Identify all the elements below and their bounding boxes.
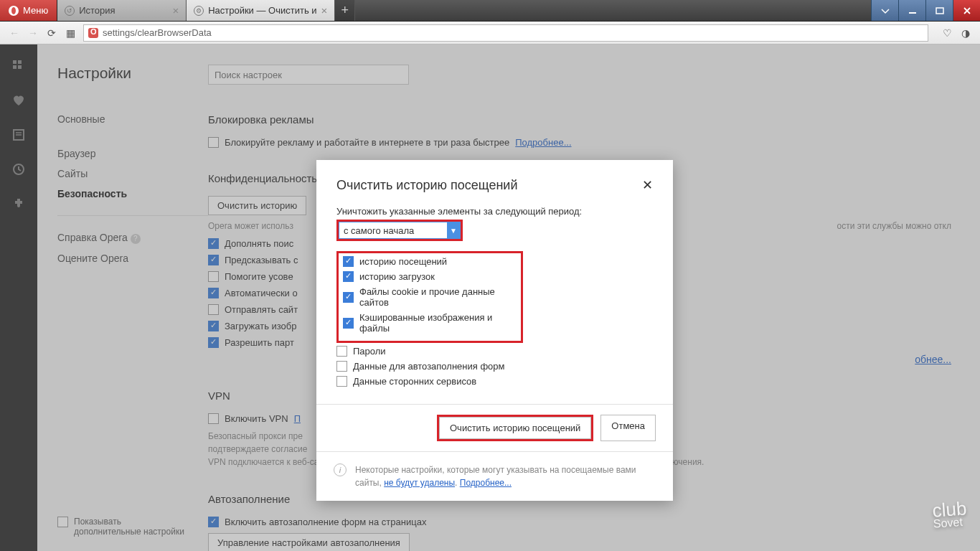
info-link-2[interactable]: Подробнее... <box>460 478 512 488</box>
row-label: Предсказывать с <box>225 255 298 265</box>
tab-settings[interactable]: ⚙ Настройки — Очистить и × <box>187 0 335 21</box>
period-value: с самого начала <box>344 225 414 236</box>
item-label: Файлы cookie и прочие данные сайтов <box>359 286 517 308</box>
svg-rect-2 <box>13 60 17 64</box>
nav-toolbar: ← → ⟳ ▦ settings/clearBrowserData ♡ ◑ <box>0 22 980 44</box>
checkbox[interactable] <box>343 256 354 267</box>
clear-confirm-button[interactable]: Очистить историю посещений <box>439 417 591 439</box>
back-button[interactable]: ← <box>9 27 20 39</box>
checkbox-vpn[interactable] <box>208 413 219 424</box>
row-label: Автоматически о <box>225 288 298 298</box>
dialog-info-text: Некоторые настройки, которые могут указы… <box>355 463 656 489</box>
settings-search-input[interactable] <box>208 65 409 85</box>
svg-rect-1 <box>936 8 943 14</box>
help-icon: ? <box>131 234 141 244</box>
adblock-label: Блокируйте рекламу и работайте в интерне… <box>225 137 509 148</box>
reload-button[interactable]: ⟳ <box>46 27 57 39</box>
speed-dial-button[interactable]: ▦ <box>65 27 76 39</box>
checkbox[interactable] <box>208 271 219 282</box>
item-label: Пароли <box>353 346 386 357</box>
tab-label: Настройки — Очистить и <box>208 5 316 16</box>
sidebar-item-basic[interactable]: Основные <box>57 109 208 129</box>
checkbox[interactable] <box>343 318 354 329</box>
close-icon[interactable]: × <box>321 4 328 17</box>
adblock-more-link[interactable]: Подробнее... <box>515 137 571 148</box>
row-label: Разрешить парт <box>225 337 294 348</box>
news-icon[interactable] <box>11 128 26 142</box>
address-bar[interactable]: settings/clearBrowserData <box>83 24 928 42</box>
menu-label: Меню <box>23 5 48 16</box>
close-window-button[interactable] <box>953 0 980 21</box>
clock-icon[interactable] <box>11 162 26 176</box>
svg-rect-3 <box>18 60 22 64</box>
period-select[interactable]: с самого начала ▼ <box>339 222 461 239</box>
svg-rect-4 <box>13 65 17 69</box>
opera-menu-button[interactable]: Меню <box>0 0 57 21</box>
sidebar-item-security[interactable]: Безопасность <box>57 184 208 204</box>
checkbox[interactable] <box>336 361 347 372</box>
dialog-close-button[interactable]: ✕ <box>642 177 653 193</box>
checkbox[interactable] <box>336 346 347 357</box>
vpn-link[interactable]: П <box>294 413 301 424</box>
page-title: Настройки <box>57 65 208 82</box>
item-label: Данные сторонних сервисов <box>353 376 476 387</box>
info-link-1[interactable]: не будут удалены <box>384 478 455 488</box>
close-icon[interactable]: × <box>172 4 179 17</box>
tab-history[interactable]: ↺ История × <box>57 0 187 21</box>
show-advanced-checkbox[interactable]: Показывать дополнительные настройки <box>57 517 189 537</box>
clear-data-dialog: Очистить историю посещений ✕ Уничтожить … <box>316 160 673 501</box>
checkbox[interactable] <box>208 238 219 249</box>
checkbox[interactable] <box>343 292 354 303</box>
forward-button[interactable]: → <box>27 27 39 39</box>
tab-label: История <box>79 5 115 16</box>
checkbox[interactable] <box>336 376 347 387</box>
checkbox-adblock[interactable] <box>208 137 219 148</box>
sidebar-item-rate[interactable]: Оцените Opera <box>57 248 208 268</box>
privacy-more-link[interactable]: обнее... <box>915 354 951 365</box>
row-label: Загружать изобр <box>225 321 297 331</box>
extension-icon[interactable] <box>11 197 26 211</box>
checkbox-autofill[interactable] <box>208 517 219 527</box>
maximize-button[interactable] <box>925 0 953 21</box>
autofill-label: Включить автозаполнение форм на страница… <box>225 517 426 527</box>
checkbox[interactable] <box>208 321 219 331</box>
item-label: Данные для автозаполнения форм <box>353 361 505 372</box>
sidebar-item-help[interactable]: Справка Opera? <box>57 227 208 248</box>
dropdown-button[interactable] <box>871 0 898 21</box>
heart-icon[interactable]: ♡ <box>941 27 953 39</box>
item-label: историю посещений <box>359 256 447 267</box>
new-tab-button[interactable]: + <box>335 0 355 21</box>
sidebar-item-sites[interactable]: Сайты <box>57 164 208 184</box>
minimize-button[interactable] <box>898 0 925 21</box>
row-label: Отправлять сайт <box>225 304 298 315</box>
settings-sidebar: Настройки Основные Браузер Сайты Безопас… <box>57 65 208 551</box>
period-label: Уничтожить указанные элементы за следующ… <box>336 206 653 217</box>
left-rail <box>0 44 37 551</box>
dialog-title: Очистить историю посещений <box>336 178 517 193</box>
history-icon: ↺ <box>65 6 75 16</box>
chevron-down-icon: ▼ <box>447 222 460 238</box>
watermark: clubSovet <box>932 497 969 530</box>
vpn-label: Включить VPN <box>225 413 288 424</box>
grid-icon[interactable] <box>11 59 26 73</box>
sidebar-item-browser[interactable]: Браузер <box>57 143 208 164</box>
checkbox[interactable] <box>208 337 219 348</box>
row-label: Дополнять поис <box>225 238 293 249</box>
checkbox[interactable] <box>57 517 68 527</box>
checkbox[interactable] <box>343 271 354 282</box>
checkbox[interactable] <box>208 304 219 315</box>
heart-rail-icon[interactable] <box>11 93 26 108</box>
section-adblock-title: Блокировка рекламы <box>208 113 951 126</box>
item-label: историю загрузок <box>359 271 435 282</box>
cancel-button[interactable]: Отмена <box>600 415 656 441</box>
show-adv-label: Показывать дополнительные настройки <box>74 517 189 537</box>
checkbox[interactable] <box>208 288 219 298</box>
download-icon[interactable]: ◑ <box>960 27 971 39</box>
autofill-manage-button[interactable]: Управление настройками автозаполнения <box>208 533 410 551</box>
checkbox[interactable] <box>208 255 219 265</box>
highlighted-items: историю посещенийисторию загрузокФайлы c… <box>336 251 523 343</box>
opera-icon <box>9 6 19 16</box>
opera-url-icon <box>88 28 98 38</box>
clear-history-button[interactable]: Очистить историю <box>208 196 306 215</box>
settings-tab-icon: ⚙ <box>194 6 204 16</box>
